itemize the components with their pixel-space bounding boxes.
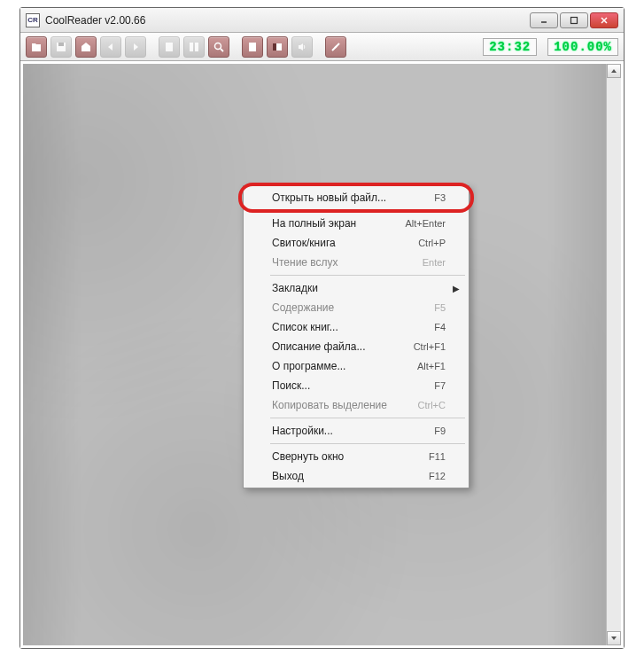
menu-item[interactable]: На полный экранAlt+Enter bbox=[245, 214, 467, 233]
menu-item-label: Выход bbox=[272, 470, 429, 482]
home-icon[interactable] bbox=[75, 36, 97, 58]
view-icon[interactable] bbox=[267, 36, 288, 58]
menu-item-label: Открыть новый файл... bbox=[272, 191, 434, 204]
menu-item[interactable]: О программе...Alt+F1 bbox=[245, 356, 467, 376]
menu-item-label: Список книг... bbox=[272, 321, 434, 333]
menu-item-label: На полный экран bbox=[272, 217, 405, 230]
menu-item-label: Описание файла... bbox=[272, 340, 414, 353]
menu-item[interactable]: Список книг...F4 bbox=[245, 317, 467, 337]
menu-item[interactable]: ВыходF12 bbox=[245, 466, 467, 486]
svg-rect-12 bbox=[273, 43, 276, 51]
book-icon[interactable] bbox=[242, 36, 263, 58]
menu-item: СодержаниеF5 bbox=[245, 298, 467, 317]
close-button[interactable] bbox=[590, 12, 618, 28]
menu-item-label: Поиск... bbox=[272, 379, 434, 392]
menu-item[interactable]: Настройки...F9 bbox=[245, 421, 467, 441]
back-icon bbox=[100, 36, 121, 58]
window-title: CoolReader v2.00.66 bbox=[45, 14, 530, 27]
svg-line-10 bbox=[221, 49, 223, 51]
minimize-button[interactable] bbox=[530, 12, 558, 28]
menu-item-label: Настройки... bbox=[272, 425, 434, 437]
page-icon bbox=[159, 36, 180, 58]
svg-point-9 bbox=[215, 43, 221, 49]
menu-item: Чтение вслухEnter bbox=[245, 253, 467, 272]
menu-item[interactable]: Свернуть окноF11 bbox=[245, 447, 467, 466]
svg-rect-7 bbox=[190, 43, 193, 51]
app-icon: CR bbox=[26, 13, 40, 27]
open-icon[interactable] bbox=[26, 36, 47, 58]
pages-icon bbox=[183, 36, 205, 58]
svg-rect-6 bbox=[166, 43, 173, 51]
clock-display: 23:32 bbox=[483, 38, 537, 56]
menu-item-shortcut: Alt+Enter bbox=[405, 218, 446, 229]
maximize-button[interactable] bbox=[560, 12, 588, 28]
menu-item-shortcut: Ctrl+F1 bbox=[414, 341, 446, 352]
svg-rect-1 bbox=[571, 17, 578, 23]
toolbar: 23:32 100.00% bbox=[20, 33, 624, 61]
menu-separator bbox=[270, 418, 465, 418]
menu-item-label: Свиток/книга bbox=[272, 237, 418, 249]
percent-display: 100.00% bbox=[547, 38, 618, 56]
menu-separator bbox=[270, 443, 465, 444]
scroll-up-icon[interactable] bbox=[607, 64, 621, 78]
svg-rect-8 bbox=[195, 43, 198, 51]
menu-item-shortcut: Ctrl+C bbox=[418, 400, 446, 410]
menu-separator bbox=[270, 210, 465, 211]
menu-item-shortcut: F11 bbox=[429, 451, 446, 462]
menu-item-label: Содержание bbox=[272, 301, 434, 314]
menu-item[interactable]: Свиток/книгаCtrl+P bbox=[245, 233, 467, 253]
menu-item-shortcut: Enter bbox=[423, 257, 446, 268]
menu-item-shortcut: F5 bbox=[434, 302, 446, 313]
menu-item-shortcut: F3 bbox=[434, 192, 446, 203]
save-icon bbox=[50, 36, 72, 58]
menu-item-shortcut: F9 bbox=[434, 426, 446, 436]
menu-item-shortcut: F4 bbox=[434, 322, 446, 332]
menu-item-shortcut: F12 bbox=[429, 471, 446, 481]
svg-rect-5 bbox=[58, 43, 64, 46]
menu-item-shortcut: Ctrl+P bbox=[418, 238, 446, 248]
menu-item[interactable]: Описание файла...Ctrl+F1 bbox=[245, 337, 467, 356]
forward-icon bbox=[125, 36, 146, 58]
menu-item[interactable]: Поиск...F7 bbox=[245, 376, 467, 395]
menu-item-shortcut: Alt+F1 bbox=[417, 361, 446, 371]
sound-icon bbox=[291, 36, 313, 58]
menu-item-label: Закладки bbox=[272, 282, 446, 294]
search-icon[interactable] bbox=[208, 36, 229, 58]
scroll-track[interactable] bbox=[607, 78, 621, 631]
menu-item-label: Копировать выделение bbox=[272, 399, 418, 411]
submenu-arrow-icon: ▶ bbox=[453, 284, 460, 293]
menu-item-shortcut: F7 bbox=[434, 380, 446, 391]
menu-item-label: О программе... bbox=[272, 360, 417, 372]
menu-item[interactable]: Закладки▶ bbox=[245, 278, 467, 298]
context-menu[interactable]: Открыть новый файл...F3На полный экранAl… bbox=[243, 185, 469, 488]
menu-separator bbox=[270, 275, 465, 276]
titlebar[interactable]: CR CoolReader v2.00.66 bbox=[20, 8, 624, 33]
settings-icon[interactable] bbox=[325, 36, 346, 58]
vertical-scrollbar[interactable] bbox=[606, 64, 621, 645]
svg-line-14 bbox=[335, 43, 339, 48]
menu-item-label: Свернуть окно bbox=[272, 450, 429, 463]
menu-item[interactable]: Открыть новый файл...F3 bbox=[245, 188, 467, 207]
scroll-down-icon[interactable] bbox=[607, 631, 621, 645]
menu-item-label: Чтение вслух bbox=[272, 256, 423, 269]
menu-item: Копировать выделениеCtrl+C bbox=[245, 395, 467, 415]
